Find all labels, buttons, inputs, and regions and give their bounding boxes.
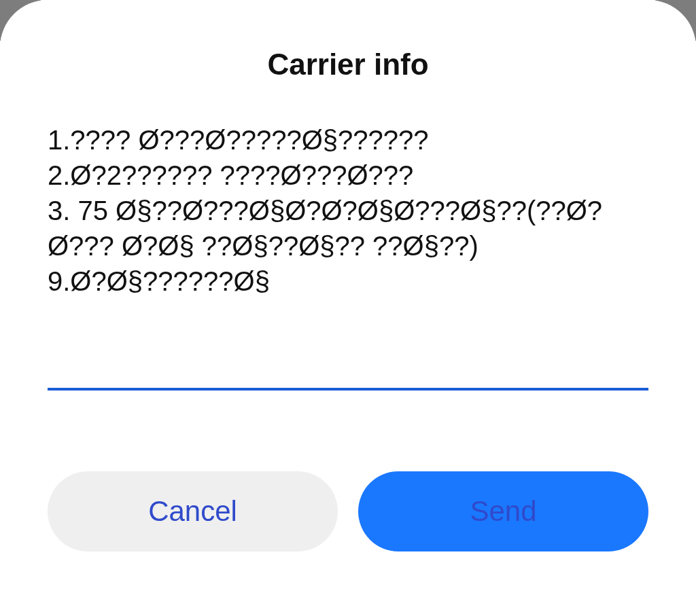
dialog-title: Carrier info bbox=[48, 48, 648, 81]
carrier-info-dialog: Carrier info 1.???? Ø???Ø?????Ø§?????? 2… bbox=[0, 0, 696, 616]
ussd-input[interactable] bbox=[48, 346, 648, 391]
dialog-buttons: Cancel Send bbox=[48, 471, 648, 589]
input-container bbox=[48, 346, 648, 391]
send-button[interactable]: Send bbox=[358, 471, 648, 551]
dialog-body-text: 1.???? Ø???Ø?????Ø§?????? 2.Ø?2?????? ??… bbox=[48, 122, 648, 299]
cancel-button[interactable]: Cancel bbox=[48, 471, 338, 551]
